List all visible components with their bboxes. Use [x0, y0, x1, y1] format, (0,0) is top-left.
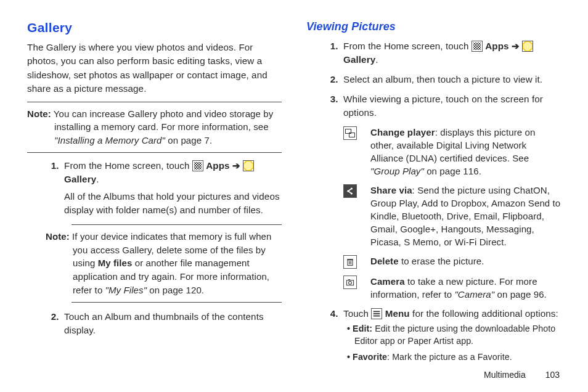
note-text-a: You can increase Gallery photo and video…: [51, 108, 273, 133]
view-step-1: From the Home screen, touch Apps ➔ Galle…: [341, 39, 561, 67]
arrow-icon: ➔: [512, 41, 522, 51]
page-footer: Multimedia 103: [0, 370, 588, 380]
gallery-icon: [522, 41, 533, 52]
edit-label: Edit:: [353, 324, 372, 333]
vstep1-text-a: From the Home screen, touch: [343, 41, 472, 51]
apps-icon: [192, 160, 203, 171]
note2-label: Note:: [46, 231, 70, 242]
footer-page-number: 103: [545, 370, 560, 380]
favorite-text: : Mark the picture as a Favorite.: [387, 352, 512, 362]
camera-text-c: on page 96.: [494, 289, 547, 300]
camera-ref: "Camera": [454, 289, 494, 300]
svg-rect-10: [348, 279, 350, 280]
change-player-icon: [343, 126, 357, 140]
note-storage: Note: You can increase Gallery photo and…: [27, 102, 282, 153]
svg-point-9: [349, 282, 352, 285]
view-step-4: Touch Menu for the following additional …: [341, 307, 561, 364]
change-player-label: Change player: [370, 127, 435, 137]
gallery-step-2: Touch an Album and thumbnails of the con…: [62, 310, 282, 337]
svg-point-2: [351, 193, 353, 195]
bullet-edit: Edit: Edit the picture using the downloa…: [346, 323, 561, 348]
apps-label: Apps: [206, 160, 229, 171]
apps-label: Apps: [485, 41, 508, 51]
vstep4-text-a: Touch: [343, 308, 371, 319]
gallery-step-1: From the Home screen, touch Apps ➔ Galle…: [62, 159, 282, 303]
note-memory-full: Note: If your device indicates that memo…: [71, 224, 282, 303]
change-player-text-c: on page 116.: [424, 166, 481, 176]
menu-label: Menu: [385, 308, 410, 319]
trash-icon: [343, 255, 357, 269]
note2-text-c: on page 120.: [147, 285, 204, 295]
favorite-label: Favorite: [353, 352, 387, 362]
delete-text: to erase the picture.: [399, 256, 484, 266]
vstep3-text: While viewing a picture, touch on the sc…: [343, 94, 543, 118]
gallery-icon: [243, 160, 254, 171]
option-camera: Camera to take a new picture. For more i…: [343, 275, 561, 301]
bullet-favorite: Favorite: Mark the picture as a Favorite…: [346, 351, 561, 364]
camera-label: Camera: [370, 276, 405, 287]
gallery-heading: Gallery: [27, 18, 282, 37]
note2-ref: "My Files": [105, 285, 147, 295]
share-label: Share via: [370, 185, 412, 195]
edit-text: Edit the picture using the downloadable …: [354, 324, 555, 346]
note-ref: "Installing a Memory Card": [54, 135, 165, 145]
delete-label: Delete: [370, 256, 399, 266]
note-label: Note:: [27, 108, 51, 119]
share-icon: [343, 184, 357, 198]
option-share-via: Share via: Send the picture using ChatON…: [343, 184, 561, 248]
viewing-pictures-heading: Viewing Pictures: [306, 18, 561, 35]
step1-text-a: From the Home screen, touch: [64, 160, 192, 171]
vstep4-text-b: for the following additional options:: [410, 308, 558, 319]
option-delete: Delete to erase the picture.: [343, 255, 561, 269]
svg-point-1: [347, 190, 349, 192]
camera-icon: [343, 276, 357, 289]
gallery-label: Gallery: [64, 174, 96, 184]
step1-after: All of the Albums that hold your picture…: [64, 190, 282, 217]
apps-icon: [472, 41, 483, 52]
note-text-b: on page 7.: [165, 135, 212, 145]
view-step-2: Select an album, then touch a picture to…: [341, 73, 561, 86]
menu-icon: [371, 308, 382, 319]
arrow-icon: ➔: [232, 160, 243, 171]
change-player-ref: "Group Play": [370, 166, 424, 176]
my-files-label: My files: [98, 258, 133, 268]
gallery-intro: The Gallery is where you view photos and…: [27, 41, 282, 95]
view-step-3: While viewing a picture, touch on the sc…: [341, 92, 561, 301]
svg-rect-4: [347, 259, 353, 260]
footer-chapter: Multimedia: [484, 370, 526, 380]
svg-point-0: [351, 188, 353, 190]
gallery-label: Gallery: [343, 54, 375, 65]
option-change-player: Change player: displays this picture on …: [343, 126, 561, 178]
